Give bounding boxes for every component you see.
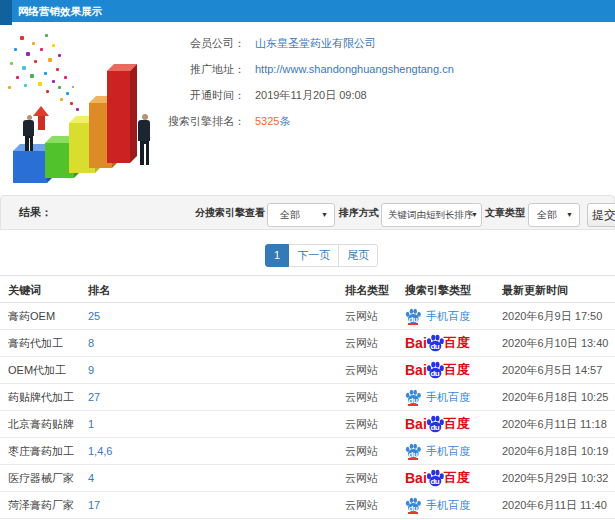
engine-cell: du手机百度 <box>405 492 470 518</box>
engine-name: 百度 <box>444 465 470 491</box>
baidu-logo-bai: Bai <box>405 465 427 491</box>
ranking-count-unit: 条 <box>279 115 290 127</box>
keyword-cell: 枣庄膏药加工 <box>8 438 74 464</box>
info-label: 会员公司： <box>60 36 245 50</box>
rank-type-cell: 云网站 <box>345 384 378 410</box>
page-current[interactable]: 1 <box>265 244 289 267</box>
info-row: 搜索引擎排名：5325条 <box>0 114 440 128</box>
sort-label: 排序方式 <box>339 196 379 229</box>
updated-cell: 2020年6月11日 11:18 <box>502 411 607 437</box>
rank-type-cell: 云网站 <box>345 330 378 356</box>
article-type-select[interactable]: 全部▼ <box>528 203 580 227</box>
engine-cell: Baidu百度 <box>405 465 470 491</box>
table-row: 枣庄膏药加工1,4,6云网站du手机百度2020年6月18日 10:19 <box>0 438 615 465</box>
col-keyword: 关键词 <box>8 276 41 304</box>
keyword-cell: 药贴牌代加工 <box>8 384 74 410</box>
filter-bar: 结果： 分搜索引擎查看 全部▼ 排序方式 关键词由短到长排序▼ 文章类型 全部▼… <box>0 195 615 230</box>
pagination: 1 下一页 尾页 <box>265 244 378 268</box>
sort-select[interactable]: 关键词由短到长排序▼ <box>381 203 482 227</box>
page-title: 网络营销效果展示 <box>18 0 102 22</box>
table-row: 药贴牌代加工27云网站du手机百度2020年6月18日 10:25 <box>0 384 615 411</box>
engine-cell: Baidu百度 <box>405 411 470 437</box>
engine-name: 手机百度 <box>426 384 470 410</box>
rank-type-cell: 云网站 <box>345 438 378 464</box>
info-row: 开通时间：2019年11月20日 09:08 <box>0 88 440 102</box>
rank-cell[interactable]: 1,4,6 <box>88 438 112 464</box>
result-label: 结果： <box>19 196 52 229</box>
updated-cell: 2020年5月29日 10:32 <box>502 465 608 491</box>
engine-name: 百度 <box>444 357 470 383</box>
article-select-value: 全部 <box>537 209 557 220</box>
updated-cell: 2020年6月18日 10:25 <box>502 384 608 410</box>
engine-cell: du手机百度 <box>405 384 470 410</box>
info-value: 5325条 <box>255 114 290 128</box>
info-value[interactable]: 山东皇圣堂药业有限公司 <box>255 36 376 50</box>
rank-cell[interactable]: 25 <box>88 303 100 329</box>
info-label: 开通时间： <box>60 88 245 102</box>
engine-name: 手机百度 <box>426 303 470 329</box>
rank-type-cell: 云网站 <box>345 465 378 491</box>
rank-cell[interactable]: 8 <box>88 330 94 356</box>
marketing-report-page: 网络营销效果展示 会员公司：山东皇圣堂药业有限公司推广地址：http://www… <box>0 0 615 520</box>
col-updated: 最新更新时间 <box>502 276 568 304</box>
rank-cell[interactable]: 4 <box>88 465 94 491</box>
rank-cell[interactable]: 9 <box>88 357 94 383</box>
article-type-label: 文章类型 <box>485 196 525 229</box>
engine-name: 百度 <box>444 411 470 437</box>
table-row: 北京膏药贴牌1云网站Baidu百度2020年6月11日 11:18 <box>0 411 615 438</box>
table-header: 关键词 排名 排名类型 搜索引擎类型 最新更新时间 <box>0 275 615 303</box>
baidu-paw-icon: du <box>426 334 444 352</box>
info-value[interactable]: http://www.shandonghuangshengtang.cn <box>255 62 454 76</box>
engine-cell: Baidu百度 <box>405 330 470 356</box>
baidu-logo-bai: Bai <box>405 357 427 383</box>
sort-select-value: 关键词由短到长排序 <box>388 209 474 220</box>
updated-cell: 2020年6月9日 17:50 <box>502 303 602 329</box>
info-label: 推广地址： <box>60 62 245 76</box>
col-rank: 排名 <box>88 276 110 304</box>
keyword-cell: 菏泽膏药厂家 <box>8 492 74 518</box>
engine-name: 百度 <box>444 330 470 356</box>
chevron-down-icon: ▼ <box>321 204 328 226</box>
keyword-cell: 膏药代加工 <box>8 330 63 356</box>
title-bar: 网络营销效果展示 <box>0 0 615 22</box>
rank-cell[interactable]: 27 <box>88 384 100 410</box>
baidu-logo: Baidu百度 <box>405 411 470 437</box>
rank-type-cell: 云网站 <box>345 357 378 383</box>
baidu-paw-icon: du <box>405 497 421 513</box>
updated-cell: 2020年6月18日 10:19 <box>502 438 608 464</box>
info-row: 推广地址：http://www.shandonghuangshengtang.c… <box>0 62 440 76</box>
info-value: 2019年11月20日 09:08 <box>255 88 367 102</box>
engine-select-value: 全部 <box>280 209 300 220</box>
engine-cell: Baidu百度 <box>405 357 470 383</box>
info-label: 搜索引擎排名： <box>60 114 245 128</box>
3d-bar <box>13 151 47 183</box>
engine-filter-label: 分搜索引擎查看 <box>195 196 265 229</box>
chevron-down-icon: ▼ <box>566 204 573 226</box>
table-row: 膏药OEM25云网站du手机百度2020年6月9日 17:50 <box>0 303 615 330</box>
page-next[interactable]: 下一页 <box>288 244 339 267</box>
rank-cell[interactable]: 17 <box>88 492 100 518</box>
col-rank-type: 排名类型 <box>345 276 389 304</box>
mobile-baidu-logo: du手机百度 <box>405 303 470 329</box>
engine-select[interactable]: 全部▼ <box>267 203 335 227</box>
baidu-logo: Baidu百度 <box>405 330 470 356</box>
baidu-logo: Baidu百度 <box>405 357 470 383</box>
page-last[interactable]: 尾页 <box>338 244 378 267</box>
mobile-baidu-logo: du手机百度 <box>405 492 470 518</box>
baidu-logo-bai: Bai <box>405 411 427 437</box>
keyword-cell: OEM代加工 <box>8 357 66 383</box>
baidu-paw-icon: du <box>426 361 444 379</box>
rank-cell[interactable]: 1 <box>88 411 94 437</box>
keyword-cell: 膏药OEM <box>8 303 55 329</box>
baidu-logo: Baidu百度 <box>405 465 470 491</box>
col-engine-type: 搜索引擎类型 <box>405 276 471 304</box>
updated-cell: 2020年6月11日 11:40 <box>502 492 607 518</box>
mobile-baidu-logo: du手机百度 <box>405 438 470 464</box>
table-row: 膏药代加工8云网站Baidu百度2020年6月10日 13:40 <box>0 330 615 357</box>
engine-cell: du手机百度 <box>405 438 470 464</box>
rank-type-cell: 云网站 <box>345 492 378 518</box>
rank-type-cell: 云网站 <box>345 411 378 437</box>
submit-button[interactable]: 提交 <box>587 203 615 227</box>
baidu-paw-icon: du <box>426 415 444 433</box>
table-row: 医疗器械厂家4云网站Baidu百度2020年5月29日 10:32 <box>0 465 615 492</box>
